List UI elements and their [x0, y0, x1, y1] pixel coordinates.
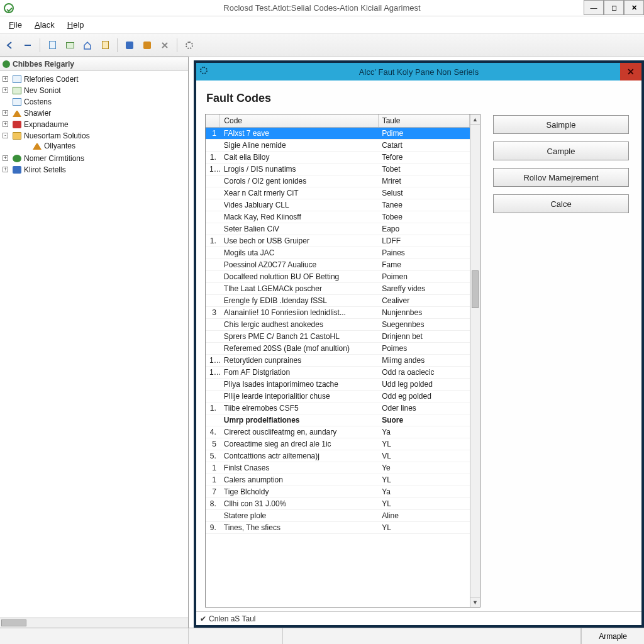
tree-node[interactable]: +Klirot Setells: [3, 164, 188, 175]
rollov-management-button[interactable]: Rollov Mamejrement: [493, 168, 629, 187]
cell-taule: YL: [378, 438, 469, 450]
maximize-button[interactable]: ◻: [604, 0, 624, 15]
cell-code: Vides Jabluary CLL: [220, 199, 378, 211]
column-header-num[interactable]: [206, 114, 220, 128]
table-row[interactable]: 1FAlxst 7 eavePdime: [206, 128, 470, 140]
cell-num: [206, 259, 220, 271]
save-icon[interactable]: [122, 38, 137, 53]
tree-node[interactable]: +Rlefories Codert: [3, 74, 188, 85]
tree-node[interactable]: +Nev Soniot: [3, 85, 188, 96]
cell-code: FAlxst 7 eave: [220, 128, 378, 140]
table-row[interactable]: 1Calers anumptionYL: [206, 474, 470, 486]
table-row[interactable]: Sprers PME C/ Banch 21 CastoHLDrinjenn b…: [206, 331, 470, 343]
tree-node-icon: [13, 121, 21, 128]
table-row[interactable]: 1Finlst CnasesYe: [206, 462, 470, 474]
tree-node[interactable]: Ollyantes: [23, 140, 188, 152]
subwindow-titlebar[interactable]: Alcc' Faut Koly Pane Non Seriels ✕: [196, 63, 641, 80]
cell-num: 1.: [206, 402, 220, 414]
table-row[interactable]: Docalfeed noluttion BU OF BettingPoimen: [206, 271, 470, 283]
table-row[interactable]: 1.Cait elia BiloyTefore: [206, 152, 470, 164]
tree-node[interactable]: +Shawier: [3, 108, 188, 119]
cell-num: [206, 271, 220, 283]
cell-taule: LDFF: [378, 235, 469, 247]
close-button[interactable]: ✕: [624, 0, 644, 15]
table-row[interactable]: 1.Tiibe elremobes CSF5Oder lines: [206, 402, 470, 414]
table-row[interactable]: Mogils uta JACPaines: [206, 247, 470, 259]
db-icon[interactable]: [140, 38, 155, 53]
tree-expander-icon[interactable]: +: [3, 76, 8, 82]
home-icon[interactable]: [80, 38, 95, 53]
table-row[interactable]: Mack Kay, Red KiinosffTobee: [206, 211, 470, 223]
cell-taule: Pdime: [378, 128, 469, 140]
cell-num: [206, 414, 220, 426]
table-row[interactable]: 9.Tines, The sfiecsYL: [206, 522, 470, 534]
tree-expander-icon[interactable]: +: [3, 87, 8, 93]
table-vertical-scrollbar[interactable]: ▲ ▼: [470, 114, 480, 607]
table-row[interactable]: Pliya Isades intaporimimeo tzacheUdd leg…: [206, 379, 470, 391]
cell-code: Mogils uta JAC: [220, 247, 378, 259]
subwindow-close-button[interactable]: ✕: [620, 63, 641, 80]
tree-expander-icon[interactable]: +: [3, 121, 8, 127]
tools-icon[interactable]: [157, 38, 172, 53]
menu-help[interactable]: Help: [61, 19, 91, 31]
table-row[interactable]: Statere ploleAline: [206, 510, 470, 522]
fault-codes-table[interactable]: Code Taule 1FAlxst 7 eavePdimeSigie Alin…: [205, 114, 480, 608]
subwindow-title: Alcc' Faut Koly Pane Non Seriels: [359, 67, 479, 77]
tree-horizontal-scrollbar[interactable]: [0, 618, 188, 628]
column-header-code[interactable]: Code: [220, 114, 378, 128]
tree-node[interactable]: +Expnadaume: [3, 119, 188, 130]
monitor-icon[interactable]: [62, 38, 77, 53]
scroll-thumb[interactable]: [472, 270, 479, 308]
table-row[interactable]: 3Alanainlie! 10 Fonriesiion lednidlist..…: [206, 307, 470, 319]
table-row[interactable]: Chis Iergic audhest anokedesSuegennbes: [206, 319, 470, 331]
table-row[interactable]: Xear n Calt rmerly CiTSelust: [206, 187, 470, 199]
table-row[interactable]: Referemed 20SS (Bale (mof anultion)Poime…: [206, 343, 470, 355]
tree-expander-icon[interactable]: +: [3, 155, 8, 161]
table-row[interactable]: Corols / Ol2 gent ionidesMriret: [206, 175, 470, 187]
table-row[interactable]: 1.Use bech or USB GruiperLDFF: [206, 235, 470, 247]
table-row[interactable]: Umrp prodelfiationesSuore: [206, 414, 470, 426]
cample-button[interactable]: Cample: [493, 142, 629, 160]
back-arrow-icon[interactable]: [3, 38, 18, 53]
table-row[interactable]: 12.Lrogis / DIS nunatimsTobet: [206, 164, 470, 175]
tree-body[interactable]: +Rlefories Codert+Nev SoniotCostens+Shaw…: [0, 71, 188, 628]
table-row[interactable]: Tlhe Laat LGEMACk poscherSareffy vides: [206, 283, 470, 295]
table-row[interactable]: 11.Retorytiden cunprainesMiimg andes: [206, 355, 470, 367]
minimize-button[interactable]: —: [584, 0, 604, 15]
cell-code: Poessinol AZ0C77 Aualiuce: [220, 259, 378, 271]
tree-node[interactable]: Costens: [3, 96, 188, 108]
calce-button[interactable]: Calce: [493, 194, 629, 213]
table-row[interactable]: 7Tige BlcholdyYa: [206, 486, 470, 498]
table-row[interactable]: Vides Jabluary CLLTanee: [206, 199, 470, 211]
sample-button[interactable]: Saimple: [493, 115, 629, 134]
tree-expander-icon[interactable]: +: [3, 167, 8, 172]
menu-alack[interactable]: Alack: [28, 19, 61, 31]
settings-gear-icon[interactable]: [182, 38, 197, 53]
table-row[interactable]: 12.Fom AF DistgriationOdd ra oaciecic: [206, 367, 470, 379]
menu-file[interactable]: File: [3, 19, 28, 31]
table-row[interactable]: 8.Cllhi con 31 J.00%YL: [206, 498, 470, 510]
cell-taule: Drinjenn bet: [378, 331, 469, 343]
cell-taule: Oder lines: [378, 402, 469, 414]
copy-icon[interactable]: [45, 38, 60, 53]
table-row[interactable]: 5Coreactime sieg an drecl ale 1icYL: [206, 438, 470, 450]
table-row[interactable]: Poessinol AZ0C77 AualiuceFame: [206, 259, 470, 271]
scroll-up-icon[interactable]: ▲: [470, 114, 480, 125]
table-row[interactable]: 5.Contcattions actr ailtemena)jVL: [206, 450, 470, 462]
minus-icon[interactable]: [20, 38, 35, 53]
cell-num: [206, 175, 220, 187]
table-row[interactable]: Erengle fy EDIB .Idenday fSSLCealiver: [206, 295, 470, 307]
tree-node[interactable]: -Nuesortam SolutiosOllyantes: [3, 130, 188, 153]
table-row[interactable]: Seter Balien CiVEapo: [206, 223, 470, 235]
column-header-taule[interactable]: Taule: [378, 114, 469, 128]
tree-expander-icon[interactable]: +: [3, 110, 8, 116]
table-row[interactable]: Sigie Aline nemideCatart: [206, 140, 470, 152]
table-row[interactable]: Pllije learde inteporialitior chuseOdd e…: [206, 391, 470, 402]
table-row[interactable]: 4.Cirerect ousclifeatmg en, aundaryYa: [206, 426, 470, 438]
cell-taule: Poimes: [378, 343, 469, 355]
clipboard-icon[interactable]: [97, 38, 113, 53]
scroll-down-icon[interactable]: ▼: [470, 597, 480, 607]
tree-node[interactable]: +Nomer Cirmtitions: [3, 153, 188, 164]
cell-code: Chis Iergic audhest anokedes: [220, 319, 378, 331]
tree-expander-icon[interactable]: -: [3, 133, 8, 138]
